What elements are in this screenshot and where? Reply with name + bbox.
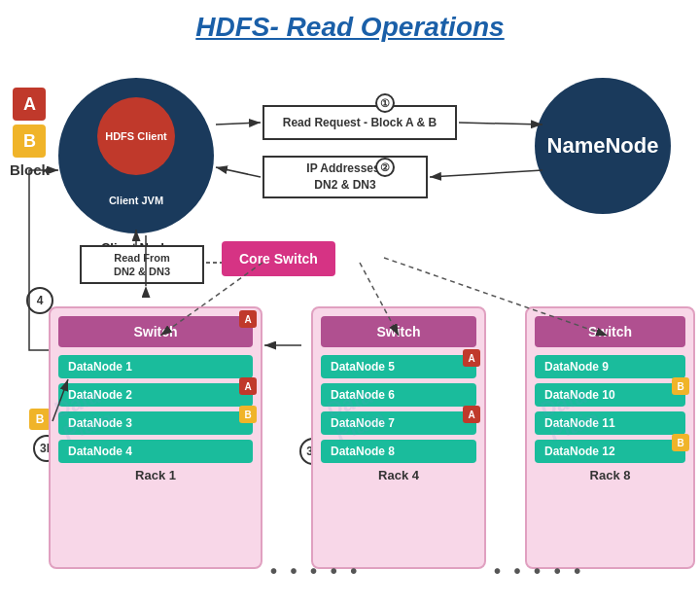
- client-circle: HDFS Client Client JVM: [58, 78, 214, 233]
- rack-1-panel: Switch A DataNode 1 DataNode 2 A DataNod…: [49, 306, 262, 569]
- block-legend: A B Block: [10, 88, 50, 178]
- rack-4-label: Rack 4: [321, 468, 476, 482]
- rack-1-datanode-3: DataNode 3 B: [58, 411, 253, 435]
- dn12-b-badge: B: [672, 434, 689, 451]
- rack-1-datanode-1: DataNode 1: [58, 355, 253, 378]
- rack-1-datanode-2: DataNode 2 A: [58, 383, 253, 407]
- hdfs-client-inner: HDFS Client: [97, 97, 175, 175]
- switch-a-badge: A: [239, 310, 257, 328]
- namenode-circle: NameNode: [535, 78, 671, 214]
- rack-4-switch: Switch: [321, 316, 476, 347]
- dn7-a-badge: A: [463, 406, 480, 423]
- rack-1-datanode-4: DataNode 4: [58, 440, 253, 463]
- dots-1: • • • • •: [270, 560, 361, 583]
- step-1-circle: ①: [375, 93, 395, 113]
- rack-4-datanode-6: DataNode 6: [321, 383, 476, 407]
- request-box: Read Request - Block A & B: [262, 105, 457, 140]
- rack-4-datanode-7: DataNode 7 A: [321, 411, 476, 435]
- dn2-a-badge: A: [239, 377, 257, 395]
- step-2-circle: ②: [375, 158, 395, 177]
- rack-4-datanode-5: DataNode 5 A: [321, 355, 476, 378]
- rack-8-label: Rack 8: [535, 468, 685, 482]
- rack-8-datanode-9: DataNode 9: [535, 355, 685, 378]
- svg-line-4: [459, 123, 542, 125]
- core-switch: Core Switch: [222, 241, 335, 276]
- rack-8-datanode-10: DataNode 10 B: [535, 383, 685, 407]
- dots-2: • • • • •: [494, 560, 584, 583]
- b-badge-rack1: B: [29, 409, 51, 430]
- page-title: HDFS- Read Operations: [0, 0, 700, 51]
- svg-line-3: [216, 123, 261, 125]
- rack-1-switch: Switch A: [58, 316, 253, 347]
- block-b: B: [13, 125, 46, 158]
- rack-8-datanode-12: DataNode 12 B: [535, 440, 685, 463]
- rack-8-datanode-11: DataNode 11: [535, 411, 685, 435]
- svg-line-6: [216, 167, 261, 177]
- rack-8-switch: Switch: [535, 316, 685, 347]
- rack-4-panel: Switch DataNode 5 A DataNode 6 DataNode …: [311, 306, 486, 569]
- client-node-area: HDFS Client Client JVM Client Node: [58, 78, 214, 233]
- rack-8-panel: Switch DataNode 9 DataNode 10 B DataNode…: [525, 306, 695, 569]
- block-a: A: [13, 88, 46, 121]
- svg-line-5: [430, 170, 542, 177]
- ip-box: IP Addresses:DN2 & DN3: [262, 156, 428, 198]
- read-box: Read FromDN2 & DN3: [80, 245, 204, 284]
- dn10-b-badge: B: [672, 377, 689, 395]
- dn5-a-badge: A: [463, 349, 480, 367]
- rack-4-datanode-8: DataNode 8: [321, 440, 476, 463]
- client-jvm: Client JVM: [109, 195, 163, 206]
- dn3-b-badge: B: [239, 406, 257, 423]
- namenode-label: NameNode: [547, 133, 659, 159]
- block-label: Block: [10, 161, 50, 178]
- rack-1-label: Rack 1: [58, 468, 253, 482]
